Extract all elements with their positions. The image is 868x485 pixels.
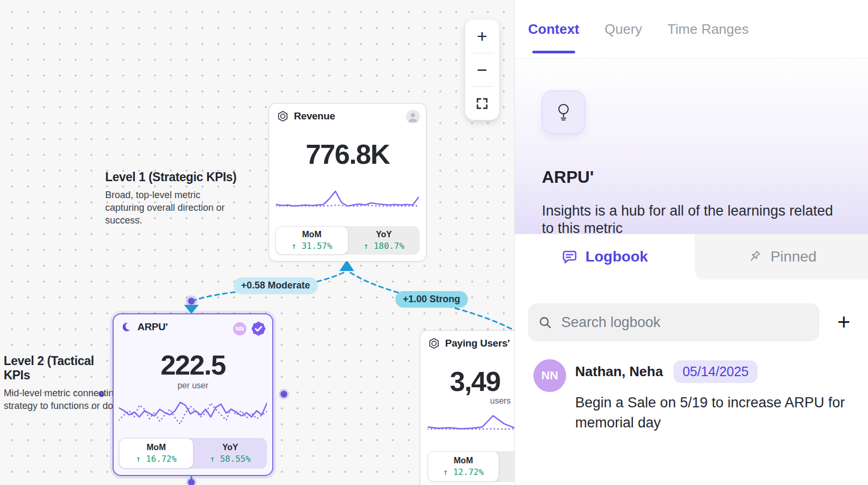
metric-unit: per user [114,381,272,390]
canvas-zoom-toolbar: + − [465,20,499,120]
logbook-entry[interactable]: NN Nathan, Neha 05/14/2025 Begin a Sale … [533,359,853,433]
logbook-chat-icon [561,249,578,265]
fit-view-button[interactable] [465,87,499,120]
yoy-stat[interactable]: YoY ↑ 58.55% [193,438,267,469]
level-2-title: Level 2 (Tactical KPIs [4,354,113,383]
insight-tile [542,90,585,134]
level-2-description-line-1: Mid-level metric connecting [4,387,113,400]
hexagon-metric-icon [277,110,289,122]
yoy-label: YoY [376,230,392,239]
tab-pinned-label: Pinned [770,248,816,265]
zoom-in-button[interactable]: + [465,20,499,53]
arrow-down-icon [184,305,199,314]
handle-halo [279,389,289,399]
panel-tab-bar: Context Query Time Ranges [515,0,868,59]
yoy-value: ↑ 180.7% [364,241,404,251]
arpu-right-handle[interactable] [281,391,288,398]
metric-value: 776.8K [269,138,426,170]
correlation-pill-moderate: +0.58 Moderate [234,277,318,294]
level-1-title: Level 1 (Strategic KPIs) [105,170,238,184]
tab-time-ranges[interactable]: Time Ranges [668,21,749,38]
arpu-stats: MoM ↑ 16.72% YoY ↑ 58.55% [119,438,267,469]
metric-description: Insights is a hub for all of the learnin… [542,202,848,237]
level-1-description: Broad, top-level metric capturing overal… [105,189,238,227]
fullscreen-icon [476,97,488,110]
metric-unit: users [490,396,511,406]
entry-author-avatar: NN [533,359,566,392]
mom-stat[interactable]: MoM ↑ 16.72% [119,438,193,469]
tab-context[interactable]: Context [528,21,579,38]
tab-pinned[interactable]: Pinned [695,234,868,279]
entry-date-badge: 05/14/2025 [673,360,758,383]
card-title: Revenue [294,110,335,122]
yoy-value: ↑ 58.55% [210,454,251,464]
paying-users-card-header: Paying Users' [428,338,510,349]
mom-label: MoM [454,456,473,465]
arpu-top-handle[interactable] [188,298,195,305]
hexagon-metric-icon [428,338,440,349]
card-title: ARPU' [137,321,168,333]
verified-badge-icon [251,321,266,336]
entry-author-name: Nathan, Neha [575,363,663,380]
tab-query[interactable]: Query [605,21,642,38]
metric-name: ARPU' [542,167,594,187]
arpu-sparkline [119,395,267,430]
metric-tree-app: +0.58 Moderate +1.00 Strong Level 1 (Str… [0,0,868,485]
mom-label: MoM [146,443,165,452]
arpu-bottom-handle[interactable] [188,479,195,485]
tab-logbook-label: Logbook [585,248,648,265]
mom-value: ↑ 16.72% [136,454,177,464]
add-log-entry-button[interactable]: + [837,311,851,333]
mom-stat[interactable]: MoM ↑ 12.72% [428,451,499,482]
arpu-card-header: ARPU' [122,321,168,333]
metric-value: 222.5 [114,349,272,381]
handle-halo [186,477,197,485]
lightbulb-icon [554,102,573,122]
search-icon [539,315,552,330]
metric-value: 3,49 [450,366,500,397]
revenue-card-header: Revenue [277,110,335,122]
mom-stat[interactable]: MoM ↑ 31.57% [275,226,348,255]
yoy-label: YoY [223,443,238,452]
search-box[interactable] [528,303,819,341]
logbook-search-row: + [528,303,868,341]
entry-body: Nathan, Neha 05/14/2025 Begin a Sale on … [575,359,850,433]
tab-logbook[interactable]: Logbook [515,234,695,279]
level-2-description-line-2: strategy to functions or doma [4,400,113,413]
level-1-label: Level 1 (Strategic KPIs) Broad, top-leve… [105,170,238,227]
metric-hero-section: ARPU' Insights is a hub for all of the l… [515,59,868,234]
mom-value: ↑ 12.72% [443,467,484,477]
moon-metric-icon [122,322,132,332]
panel-content-tabs: Logbook Pinned [515,234,868,279]
mom-label: MoM [302,230,321,239]
arrow-up-icon [339,260,354,271]
level-2-label: Level 2 (Tactical KPIs Mid-level metric … [4,354,113,413]
revenue-stats: MoM ↑ 31.57% YoY ↑ 180.7% [275,226,420,255]
metric-card-arpu[interactable]: ARPU' NN 222.5 per user MoM ↑ 16.72% YoY [113,313,273,476]
handle-halo [186,295,197,307]
correlation-pill-strong: +1.00 Strong [395,291,468,307]
owner-initials-badge: NN [233,322,246,335]
entry-text: Begin a Sale on 5/19 to increase ARPU fo… [575,393,850,433]
pin-icon [746,249,763,265]
card-title: Paying Users' [445,338,510,349]
revenue-sparkline [276,187,419,213]
zoom-out-button[interactable]: − [465,53,499,87]
context-side-panel: Context Query Time Ranges ARPU' Insights… [514,0,868,485]
metric-card-revenue[interactable]: Revenue 776.8K MoM ↑ 31.57% YoY ↑ 180.7% [269,103,427,262]
owner-avatar-icon [406,110,420,126]
yoy-stat[interactable]: YoY ↑ 180.7% [348,226,420,255]
search-logbook-input[interactable] [560,314,809,331]
mom-value: ↑ 31.57% [291,241,332,251]
